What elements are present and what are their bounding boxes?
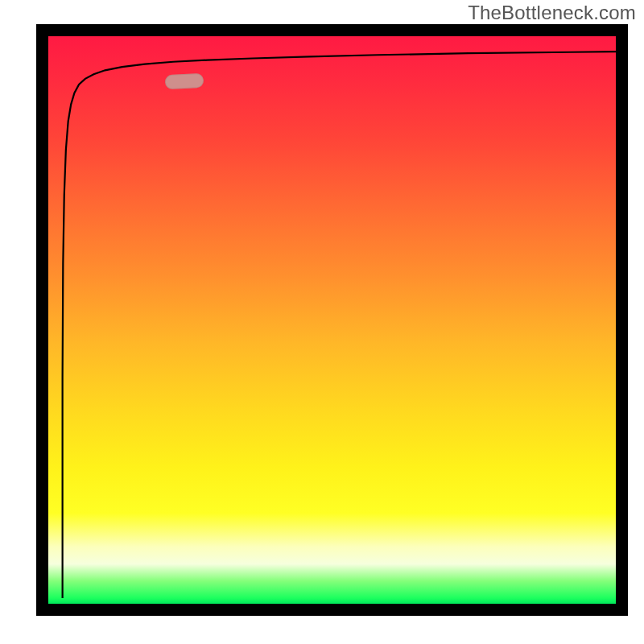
pill-marker <box>165 73 204 89</box>
curve-layer <box>48 36 616 604</box>
chart-container: TheBottleneck.com <box>0 0 644 644</box>
plot-area <box>48 36 616 604</box>
plot-frame <box>36 24 628 616</box>
watermark-text: TheBottleneck.com <box>468 2 636 24</box>
curve-path <box>63 52 616 598</box>
